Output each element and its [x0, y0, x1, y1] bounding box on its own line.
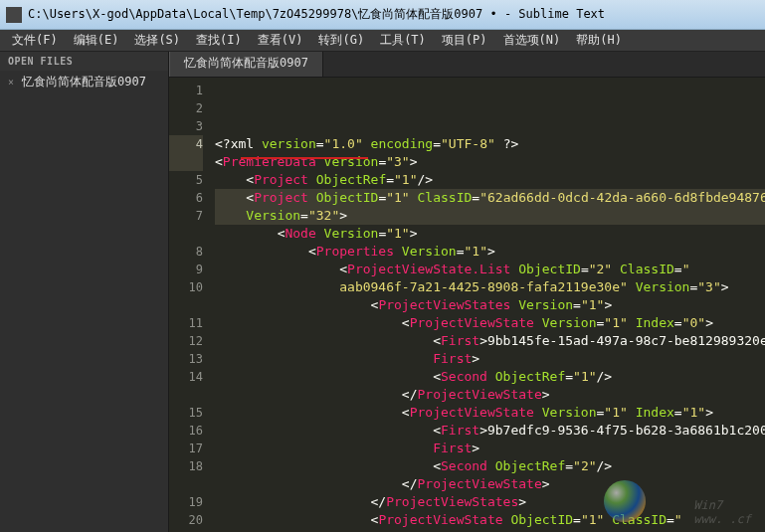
line-number: 17 [169, 440, 203, 457]
line-number: 14 [169, 368, 203, 386]
app-icon [6, 7, 22, 23]
code-line[interactable]: <?xml version="1.0" encoding="UTF-8" ?> [215, 135, 765, 153]
code-line[interactable]: <Second ObjectRef="1"/> [215, 368, 765, 386]
main-area: OPEN FILES ×忆食尚简体配音版0907 忆食尚简体配音版0907 12… [0, 52, 765, 532]
line-number: 5 [169, 171, 203, 189]
line-number [169, 475, 203, 493]
menu-item[interactable]: 帮助(H) [568, 30, 630, 51]
line-number: 18 [169, 457, 203, 475]
code-line[interactable]: <Second ObjectRef="2"/> [215, 457, 765, 475]
code-line[interactable]: <Project ObjectRef="1"/> [215, 171, 765, 189]
line-number: 15 [169, 404, 203, 422]
code-line[interactable]: <ProjectViewState Version="1" Index="0"> [215, 314, 765, 332]
code-editor[interactable]: 1234567891011121314151617181920 <?xml ve… [169, 78, 765, 532]
code-line[interactable]: <PremiereData Version="3"> [215, 153, 765, 171]
editor-area: 忆食尚简体配音版0907 123456789101112131415161718… [169, 52, 765, 532]
line-number [169, 386, 203, 404]
line-number [169, 153, 203, 171]
line-number: 1 [169, 82, 203, 99]
open-files-header: OPEN FILES [0, 52, 168, 71]
editor-tab[interactable]: 忆食尚简体配音版0907 [169, 52, 323, 77]
code-line[interactable]: </ProjectViewState> [215, 475, 765, 493]
menu-item[interactable]: 工具(T) [372, 30, 434, 51]
line-number [169, 225, 203, 243]
line-number: 2 [169, 99, 203, 117]
close-icon[interactable]: × [8, 77, 18, 88]
window-titlebar: C:\Users\X-god\AppData\Local\Temp\7zO452… [0, 0, 765, 30]
open-file-item[interactable]: ×忆食尚简体配音版0907 [0, 71, 168, 93]
code-line[interactable]: <First>9bb145fe-15ad-497a-98c7-be8129893… [215, 332, 765, 350]
open-files-list: ×忆食尚简体配音版0907 [0, 71, 168, 93]
code-line[interactable]: </ProjectViewStates> [215, 493, 765, 511]
line-number: 4 [169, 135, 203, 153]
line-number: 6 [169, 189, 203, 207]
line-number [169, 296, 203, 314]
menu-item[interactable]: 查找(I) [188, 30, 250, 51]
menu-item[interactable]: 查看(V) [250, 30, 311, 51]
code-line[interactable]: <ProjectViewState Version="1" Index="1"> [215, 404, 765, 422]
line-number: 7 [169, 207, 203, 225]
menu-item[interactable]: 选择(S) [126, 30, 188, 51]
line-number: 19 [169, 493, 203, 511]
line-number: 8 [169, 243, 203, 261]
code-line[interactable]: <ProjectViewStates Version="1"> [215, 296, 765, 314]
line-number: 3 [169, 117, 203, 135]
menu-bar: 文件(F)编辑(E)选择(S)查找(I)查看(V)转到(G)工具(T)项目(P)… [0, 30, 765, 52]
sidebar: OPEN FILES ×忆食尚简体配音版0907 [0, 52, 169, 532]
menu-item[interactable]: 文件(F) [4, 30, 66, 51]
code-line[interactable]: <First>9b7edfc9-9536-4f75-b628-3a6861b1c… [215, 422, 765, 440]
code-line[interactable]: <ProjectViewState ObjectID="1" ClassID=" [215, 511, 765, 529]
line-number: 12 [169, 332, 203, 350]
code-line[interactable]: <Project ObjectID="1" ClassID="62ad66dd-… [215, 189, 765, 207]
code-line[interactable]: <Node Version="1"> [215, 225, 765, 243]
open-file-label: 忆食尚简体配音版0907 [22, 74, 146, 90]
menu-item[interactable]: 首选项(N) [495, 30, 569, 51]
code-content[interactable]: <?xml version="1.0" encoding="UTF-8" ?><… [211, 78, 765, 532]
code-line[interactable]: </ProjectViewState> [215, 386, 765, 404]
tab-bar: 忆食尚简体配音版0907 [169, 52, 765, 78]
menu-item[interactable]: 转到(G) [310, 30, 372, 51]
code-line[interactable]: First> [215, 440, 765, 457]
code-line[interactable]: <Properties Version="1"> [215, 243, 765, 261]
line-number: 13 [169, 350, 203, 368]
code-line[interactable]: First> [215, 350, 765, 368]
code-line[interactable]: aab0946f-7a21-4425-8908-fafa2119e30e" Ve… [215, 278, 765, 296]
menu-item[interactable]: 项目(P) [434, 30, 495, 51]
line-number: 11 [169, 314, 203, 332]
annotation-underline [241, 157, 368, 159]
code-line[interactable]: <ProjectViewState.List ObjectID="2" Clas… [215, 261, 765, 278]
line-number: 20 [169, 511, 203, 529]
line-number: 9 [169, 261, 203, 278]
line-number: 16 [169, 422, 203, 440]
line-number: 10 [169, 278, 203, 296]
code-line[interactable]: Version="32"> [215, 207, 765, 225]
window-title: C:\Users\X-god\AppData\Local\Temp\7zO452… [28, 6, 605, 23]
line-gutter: 1234567891011121314151617181920 [169, 78, 211, 532]
menu-item[interactable]: 编辑(E) [66, 30, 127, 51]
